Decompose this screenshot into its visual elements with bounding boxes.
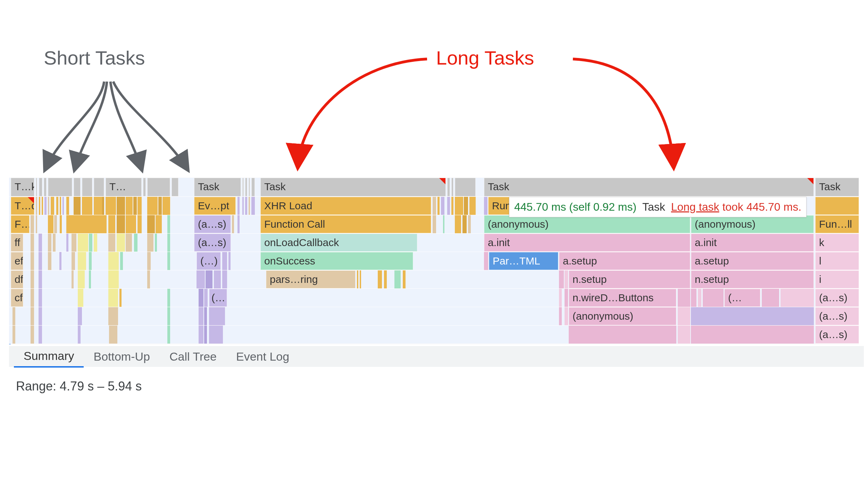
tab-summary[interactable]: Summary — [14, 345, 84, 368]
flame-row-7[interactable]: (anonymous) (a…s) — [9, 307, 859, 326]
long-tasks-label: Long Tasks — [436, 47, 534, 69]
range-text: Range: 4.79 s – 5.94 s — [16, 379, 142, 394]
call-segment[interactable]: a.setup — [559, 252, 690, 270]
call-segment[interactable]: k — [815, 234, 859, 252]
call-segment[interactable]: (anonymous) — [691, 215, 814, 233]
call-segment[interactable]: n.wireD…Buttons — [569, 289, 676, 307]
call-segment[interactable]: (a…s) — [815, 307, 859, 325]
tab-bottom-up[interactable]: Bottom-Up — [84, 346, 160, 367]
flame-row-4[interactable]: ef (…) onSuccess Par…TML a.setup a.setup… — [9, 252, 859, 270]
call-segment[interactable]: Function Call — [260, 215, 431, 233]
task-segment[interactable]: Task — [194, 178, 241, 196]
call-segment[interactable]: Fun…ll — [815, 215, 859, 233]
task-segment-long[interactable]: Task — [484, 178, 814, 196]
call-segment[interactable]: n.setup — [569, 270, 690, 288]
call-segment[interactable]: XHR Load — [260, 197, 431, 215]
call-segment[interactable]: onLoadCallback — [260, 234, 417, 252]
call-segment[interactable]: Ev…pt — [194, 197, 236, 215]
task-segment-long[interactable]: Task — [260, 178, 446, 196]
task-segment[interactable]: T…k — [11, 178, 34, 196]
call-segment[interactable]: (… — [724, 289, 760, 307]
details-tabbar: Summary Bottom-Up Call Tree Event Log — [9, 346, 864, 367]
call-segment[interactable]: (a…s) — [815, 289, 859, 307]
call-segment[interactable]: ff — [11, 234, 23, 252]
call-segment[interactable]: n.setup — [691, 270, 814, 288]
flame-row-5[interactable]: df pars…ring n.setup n.setup i — [9, 270, 859, 289]
flame-tooltip: 445.70 ms (self 0.92 ms) Task Long task … — [509, 197, 807, 217]
call-segment[interactable]: i — [815, 270, 859, 288]
task-segment[interactable]: Task — [815, 178, 859, 196]
tab-call-tree[interactable]: Call Tree — [160, 346, 226, 367]
flame-row-6[interactable]: cf (… n.wireD…Buttons (… (a…s) — [9, 289, 859, 307]
call-segment[interactable] — [815, 197, 859, 215]
call-segment[interactable]: F…l — [11, 215, 30, 233]
tab-event-log[interactable]: Event Log — [226, 346, 299, 367]
call-segment[interactable]: T…d — [11, 197, 34, 215]
flame-row-8[interactable]: (a…s) — [9, 326, 859, 344]
call-segment[interactable]: (anonymous) — [484, 215, 690, 233]
tooltip-duration: took 445.70 ms. — [722, 201, 801, 213]
flame-row-0[interactable]: T…k T… Task Task Task T — [9, 178, 859, 197]
call-segment[interactable]: a.setup — [691, 252, 814, 270]
flame-chart-panel[interactable]: T…k T… Task Task Task T — [9, 178, 859, 344]
tooltip-link[interactable]: Long task — [671, 201, 719, 213]
annotation-arrows — [0, 0, 868, 180]
call-segment[interactable]: onSuccess — [260, 252, 413, 270]
tooltip-type: Task — [642, 201, 665, 213]
call-segment[interactable]: Par…TML — [489, 252, 558, 270]
call-segment[interactable]: (anonymous) — [569, 307, 676, 325]
call-segment[interactable]: ef — [11, 252, 23, 270]
flame-row-3[interactable]: ff (a…s) onLoadCallback a.init a.init k — [9, 234, 859, 252]
call-segment[interactable]: l — [815, 252, 859, 270]
call-segment[interactable]: df — [11, 270, 23, 288]
call-segment[interactable]: (a…s) — [194, 234, 231, 252]
call-segment[interactable]: a.init — [691, 234, 814, 252]
flame-row-2[interactable]: F…l (a…s) Function Call (anonymous) — [9, 215, 859, 234]
call-segment[interactable]: (…) — [197, 252, 221, 270]
call-segment[interactable]: cf — [11, 289, 23, 307]
call-segment[interactable]: (a…s) — [194, 215, 231, 233]
call-segment[interactable]: pars…ring — [266, 270, 356, 288]
call-segment[interactable]: a.init — [484, 234, 690, 252]
short-tasks-label: Short Tasks — [44, 47, 145, 69]
task-segment[interactable]: T… — [106, 178, 142, 196]
call-segment[interactable]: (… — [209, 289, 227, 307]
call-segment[interactable]: (a…s) — [815, 326, 859, 344]
tooltip-time: 445.70 ms (self 0.92 ms) — [514, 201, 636, 213]
